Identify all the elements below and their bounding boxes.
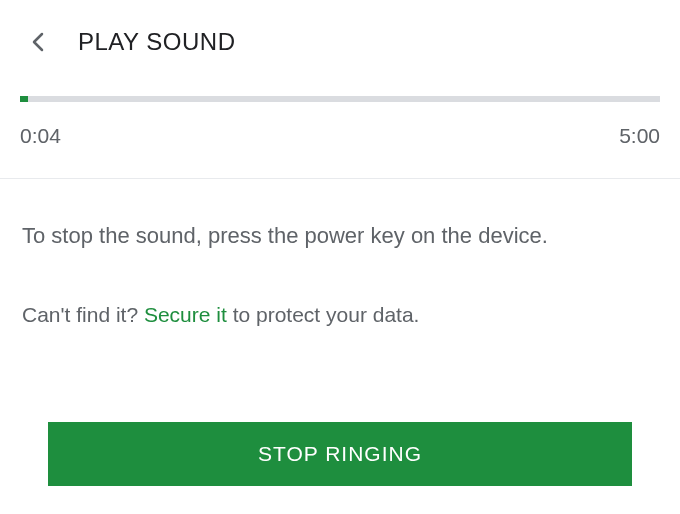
button-container: STOP RINGING [48, 422, 632, 486]
content: To stop the sound, press the power key o… [0, 179, 680, 349]
progress-track[interactable] [20, 96, 660, 102]
instruction-text: To stop the sound, press the power key o… [22, 221, 658, 252]
total-time: 5:00 [619, 124, 660, 148]
back-icon[interactable] [30, 34, 46, 50]
progress-fill [20, 96, 28, 102]
stop-ringing-button[interactable]: STOP RINGING [48, 422, 632, 486]
header: PLAY SOUND [0, 0, 680, 76]
time-labels: 0:04 5:00 [20, 124, 660, 148]
page-title: PLAY SOUND [78, 28, 236, 56]
secure-link[interactable]: Secure it [144, 303, 233, 326]
secondary-text: Can't find it? Secure it to protect your… [22, 300, 658, 329]
cant-find-suffix: to protect your data. [233, 303, 420, 326]
cant-find-prefix: Can't find it? [22, 303, 144, 326]
progress-section: 0:04 5:00 [0, 76, 680, 178]
elapsed-time: 0:04 [20, 124, 61, 148]
